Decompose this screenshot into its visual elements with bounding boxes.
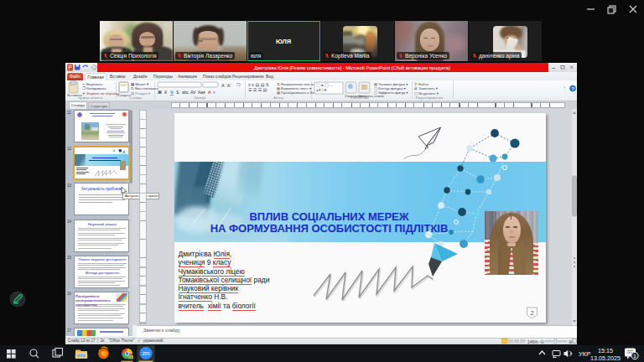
svg-text:Экспресс-стили: Экспресс-стили [358, 94, 384, 98]
svg-text:Создать: Создать [117, 92, 132, 96]
svg-text:A: A [208, 90, 211, 95]
svg-text:Ч: Ч [170, 90, 174, 95]
svg-text:⚲ Найти: ⚲ Найти [414, 81, 429, 85]
svg-text:S: S [176, 90, 179, 95]
svg-text:УКР: УКР [579, 350, 590, 358]
svg-text:✂ Вырезать: ✂ Вырезать [82, 81, 103, 85]
svg-text:▴▾◇★: ▴▾◇★ [316, 87, 328, 92]
svg-text:abc: abc [182, 90, 190, 95]
svg-text:↻ Восстановить: ↻ Восстановить [131, 86, 159, 90]
svg-text:P: P [68, 65, 72, 70]
svg-text:Aˊ Aˋ: Aˊ Aˋ [221, 82, 231, 87]
svg-text:Ж: Ж [157, 90, 162, 95]
svg-text:▦ Макет ▾: ▦ Макет ▾ [131, 81, 149, 85]
svg-text:13.05.2025: 13.05.2025 [590, 354, 621, 362]
svg-text:Вставить: Вставить [67, 92, 83, 96]
svg-text:zm: zm [142, 350, 149, 356]
svg-text:⊖: ⊖ [540, 339, 544, 344]
svg-text:✦ Формат по образцу: ✦ Формат по образцу [82, 90, 120, 95]
svg-text:ˆ: ˆ [564, 86, 565, 91]
svg-text:☰ ☰ ☰ ▤: ☰ ☰ ☰ ▤ [248, 87, 267, 92]
svg-text:❐: ❐ [236, 82, 241, 87]
svg-text:AV: AV [190, 90, 196, 95]
svg-text:К: К [164, 90, 168, 95]
svg-text:▾: ▾ [213, 90, 216, 95]
svg-text:2: 2 [530, 309, 533, 317]
svg-text:146%: 146% [527, 339, 538, 344]
svg-text:?: ? [571, 86, 574, 91]
svg-text:⇄ Заменить ▾: ⇄ Заменить ▾ [414, 86, 439, 90]
svg-text:⊕: ⊕ [569, 339, 573, 344]
svg-text:≡ ≡ ▤ ▤ ⇅: ≡ ≡ ▤ ▤ ⇅ [248, 81, 269, 86]
svg-text:▤ Раздел ▾: ▤ Раздел ▾ [131, 90, 151, 95]
svg-text:▢ Выделить ▾: ▢ Выделить ▾ [414, 90, 439, 95]
svg-text:Aa▾: Aa▾ [198, 90, 205, 95]
svg-text:▢ Эффекты фигур ▾: ▢ Эффекты фигур ▾ [374, 90, 408, 94]
svg-text:❐ Копировать: ❐ Копировать [82, 86, 107, 90]
